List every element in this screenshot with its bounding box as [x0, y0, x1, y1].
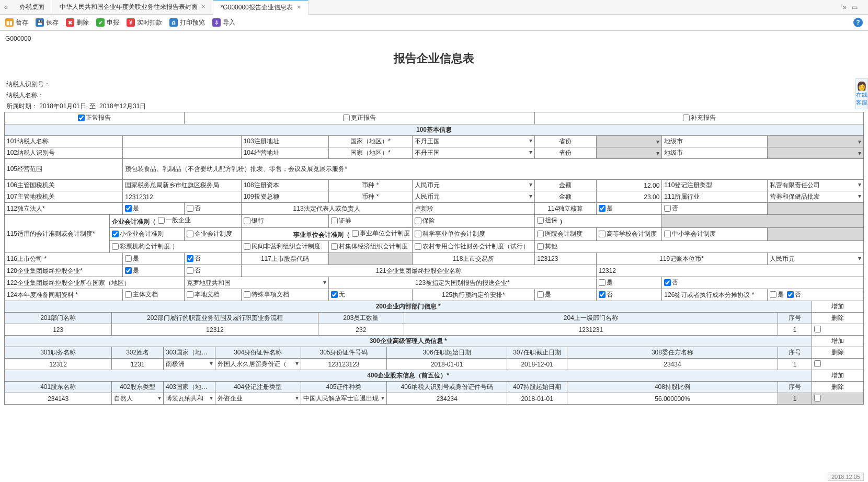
f108-currency-select[interactable]: 人民币元 — [412, 180, 535, 191]
import-button[interactable]: ⇩导入 — [212, 18, 235, 27]
s400-del-button[interactable]: 删除 — [812, 382, 864, 393]
f105-value[interactable]: 预包装食品、乳制品（不含婴幼儿配方乳粉）批发、零售；会议及展览展示服务* — [123, 159, 864, 180]
currency-label: 币种 * — [329, 180, 412, 191]
print-preview-button[interactable]: ⎙打印预览 — [169, 18, 205, 27]
f110-value[interactable]: 私营有限责任公司 — [767, 180, 863, 191]
f105-label: 105经营范围 — [5, 159, 123, 180]
f113-label: 113法定代表人或负责人 — [241, 203, 412, 215]
section-300-header: 300企业高级管理人员信息 * — [5, 336, 812, 347]
f104-country-select[interactable]: 不丹王国 — [412, 147, 535, 159]
s400-add-button[interactable]: 增加 — [812, 370, 864, 382]
f114-yes[interactable]: 是 — [596, 203, 662, 215]
f101-value[interactable] — [123, 136, 241, 147]
f109-amount[interactable]: 23.00 — [596, 191, 662, 203]
tabs-prev[interactable]: « — [0, 4, 12, 11]
f114-no[interactable]: 否 — [662, 203, 767, 215]
f120-label: 120企业集团最终控股企业* — [5, 265, 123, 277]
f104-province-select[interactable] — [596, 147, 662, 159]
s200-add-button[interactable]: 增加 — [812, 301, 864, 313]
supplement-report-cell[interactable]: 补充报告 — [535, 112, 864, 124]
f115-label: 115适用的会计准则或会计制度* — [5, 215, 110, 253]
f103-province-select[interactable] — [596, 136, 662, 147]
f123-label: 123被指定为国别报告的报送企业* — [329, 277, 596, 289]
f120-yes[interactable]: 是 — [123, 265, 184, 277]
f116-label: 116上市公司 * — [5, 253, 123, 265]
f121-label: 121企业集团最终控股企业名称 — [241, 265, 596, 277]
f107-value[interactable]: 12312312 — [123, 191, 241, 203]
f113-value[interactable]: 卢新珍 — [412, 203, 535, 215]
s300-row-del-checkbox[interactable] — [812, 359, 864, 370]
f112-no[interactable]: 否 — [184, 203, 241, 215]
f106-value: 国家税务总局新乡市红旗区税务局 — [123, 180, 241, 191]
f109-currency-select[interactable]: 人民币元 — [412, 191, 535, 203]
f120-no[interactable]: 否 — [184, 265, 241, 277]
f108-amount[interactable]: 12.00 — [596, 180, 662, 191]
page-title: 报告企业信息表 — [4, 47, 864, 79]
f123-no[interactable]: 否 — [662, 277, 864, 289]
tabs-more[interactable]: » ▭ — [843, 4, 868, 11]
normal-report-checkbox[interactable] — [78, 114, 85, 121]
country-label: 国家（地区）* — [329, 136, 412, 147]
f126-value[interactable]: 是 否 — [767, 289, 863, 301]
f122-value[interactable]: 克罗地亚共和国 — [184, 277, 329, 289]
correction-report-checkbox[interactable] — [343, 114, 350, 121]
f112-yes[interactable]: 是 — [123, 203, 184, 215]
correction-report-cell[interactable]: 更正报告 — [184, 112, 535, 124]
save-button[interactable]: 💾保存 — [36, 18, 59, 27]
f106-label: 106主管国税机关 — [5, 180, 123, 191]
tab-label: 办税桌面 — [19, 3, 44, 10]
period-line: 所属时期： 2018年01月01日 至 2018年12月31日 — [4, 101, 864, 112]
online-support-widget[interactable]: 👩 在线客服 — [855, 78, 868, 109]
s200-del-button[interactable]: 删除 — [812, 313, 864, 324]
city-label: 地级市 — [662, 136, 767, 147]
f119-value[interactable]: 人民币元 — [767, 253, 863, 265]
f103-city-select[interactable] — [767, 136, 863, 147]
province-label: 省份 — [535, 136, 596, 147]
realtime-pay-button[interactable]: ¥实时扣款 — [127, 18, 162, 27]
s300-add-button[interactable]: 增加 — [812, 336, 864, 347]
f103-label: 103注册地址 — [241, 136, 329, 147]
f116-no[interactable]: 否 — [184, 253, 241, 265]
taxpayer-ident-label: 纳税人识别号： — [4, 79, 864, 90]
pause-button[interactable]: ▮▮暂存 — [5, 18, 28, 27]
delete-button[interactable]: ✖删除 — [66, 18, 89, 27]
city-label: 地级市 — [662, 147, 767, 159]
f103-country-select[interactable]: 不丹王国 — [412, 136, 535, 147]
tab-desktop[interactable]: 办税桌面 — [12, 0, 52, 14]
s400-row-del-checkbox[interactable] — [812, 393, 864, 405]
section-200-header: 200企业内部部门信息 * — [5, 301, 812, 313]
f118-label: 118上市交易所 — [412, 253, 535, 265]
table-row: 123 12312 232 1231231 1 — [5, 324, 864, 336]
f123-yes[interactable]: 是 — [596, 277, 662, 289]
f116-yes[interactable]: 是 — [123, 253, 184, 265]
f111-value[interactable]: 营养和保健品批发 — [767, 191, 863, 203]
amount-label: 金额 — [535, 180, 596, 191]
f102-value[interactable] — [123, 147, 241, 159]
tab-cover[interactable]: 中华人民共和国企业年度关联业务往来报告表封面× — [52, 0, 213, 14]
form-code: G000000 — [4, 33, 864, 47]
f125-yes[interactable]: 是 — [535, 289, 596, 301]
f112-label: 112独立法人* — [5, 203, 123, 215]
f104-city-select[interactable] — [767, 147, 863, 159]
f104-label: 104经营地址 — [241, 147, 329, 159]
amount-label: 金额 — [535, 191, 596, 203]
f121-value[interactable]: 12312 — [596, 265, 863, 277]
supplement-report-checkbox[interactable] — [683, 114, 690, 121]
s200-row-del-checkbox[interactable] — [812, 324, 864, 336]
taxpayer-name-label: 纳税人名称： — [4, 90, 864, 101]
normal-report-cell[interactable]: 正常报告 — [5, 112, 185, 124]
close-icon[interactable]: × — [297, 4, 301, 11]
submit-button[interactable]: ✔申报 — [96, 18, 119, 27]
f125-no[interactable]: 否 — [596, 289, 662, 301]
s300-del-button[interactable]: 删除 — [812, 347, 864, 359]
tab-g000000[interactable]: *G000000报告企业信息表× — [213, 0, 309, 15]
close-icon[interactable]: × — [202, 3, 205, 10]
f118-value[interactable]: 123123 — [535, 253, 596, 265]
f117-value[interactable] — [329, 253, 412, 265]
f124-label: 124本年度准备同期资料 * — [5, 289, 123, 301]
toolbar: ▮▮暂存 💾保存 ✖删除 ✔申报 ¥实时扣款 ⎙打印预览 ⇩导入 ? — [0, 15, 868, 31]
help-icon[interactable]: ? — [853, 18, 863, 27]
f109-label: 109投资总额 — [241, 191, 329, 203]
f101-label: 101纳税人名称 — [5, 136, 123, 147]
f125-label: 125执行预约定价安排* — [412, 289, 535, 301]
